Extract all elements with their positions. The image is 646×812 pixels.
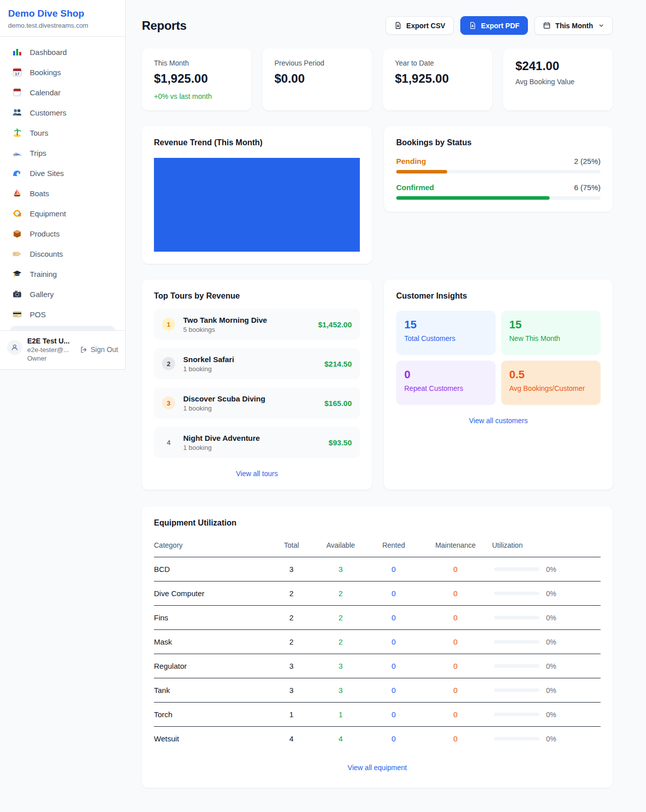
sidebar-item-equipment[interactable]: Equipment xyxy=(5,203,120,223)
export-pdf-label: Export PDF xyxy=(481,22,519,30)
table-header-row: Category Total Available Rented Maintena… xyxy=(154,536,601,557)
sidebar-item-label: Dashboard xyxy=(30,48,67,56)
table-row: BCD 3 3 0 0 0% xyxy=(154,557,601,582)
stat-card-previous-period: Previous Period $0.00 xyxy=(262,48,372,110)
cell-total: 3 xyxy=(270,654,313,678)
cell-available: 1 xyxy=(313,703,368,727)
cell-maintenance: 0 xyxy=(419,703,492,727)
utilization-percent: 0% xyxy=(546,662,556,670)
rank-badge: 1 xyxy=(162,318,175,331)
sidebar-item-gallery[interactable]: Gallery xyxy=(5,284,120,304)
utilization-percent: 0% xyxy=(546,590,556,598)
sidebar-item-dive-sites[interactable]: Dive Sites xyxy=(5,163,120,183)
sidebar-item-partially-hidden[interactable] xyxy=(10,326,115,330)
tearoff-calendar-icon xyxy=(12,87,22,97)
export-csv-button[interactable]: Export CSV xyxy=(386,16,454,35)
period-dropdown[interactable]: This Month xyxy=(534,16,613,35)
column-header: Category xyxy=(154,536,270,557)
status-row-pending: Pending 2 (25%) xyxy=(396,157,601,173)
tile-avg-bookings-per-customer: 0.5 Avg Bookings/Customer xyxy=(501,361,601,405)
status-label: Confirmed xyxy=(396,183,434,192)
utilization-percent: 0% xyxy=(546,735,556,743)
sign-out-button[interactable]: Sign Out xyxy=(80,345,118,354)
insight-tiles: 15 Total Customers 15 New This Month 0 R… xyxy=(396,311,601,405)
cell-rented: 0 xyxy=(368,727,419,751)
graduation-cap-icon xyxy=(12,269,22,279)
cell-rented: 0 xyxy=(368,606,419,630)
tour-bookings: 1 booking xyxy=(183,404,265,412)
sidebar-item-discounts[interactable]: Discounts xyxy=(5,244,120,264)
chevron-down-icon xyxy=(599,23,604,28)
cell-total: 2 xyxy=(270,630,313,654)
table-row: Regulator 3 3 0 0 0% xyxy=(154,654,601,678)
period-label: This Month xyxy=(555,22,593,30)
tour-revenue: $93.50 xyxy=(329,438,352,447)
cell-category: Torch xyxy=(154,703,270,727)
customers-icon xyxy=(12,107,22,118)
bar-chart-icon xyxy=(12,47,22,57)
tile-total-customers: 15 Total Customers xyxy=(396,311,496,355)
tile-value: 0.5 xyxy=(509,368,593,381)
sidebar-item-customers[interactable]: Customers xyxy=(5,102,120,123)
utilization-bar xyxy=(494,640,540,644)
sidebar-item-dashboard[interactable]: Dashboard xyxy=(5,42,120,62)
view-all-equipment-link[interactable]: View all equipment xyxy=(154,764,601,772)
equipment-utilization-card: Equipment Utilization Category Total Ava… xyxy=(142,506,613,788)
rank-badge: 2 xyxy=(162,357,175,370)
sidebar-item-label: Calendar xyxy=(30,88,61,97)
sidebar-item-pos[interactable]: POS xyxy=(5,304,120,324)
stat-value: $0.00 xyxy=(275,72,360,86)
user-role: Owner xyxy=(27,355,70,362)
cell-rented: 0 xyxy=(368,582,419,606)
camera-icon xyxy=(12,289,22,299)
utilization-cell: 0% xyxy=(492,686,601,694)
cell-category: Regulator xyxy=(154,654,270,678)
sidebar-item-bookings[interactable]: 17 Bookings xyxy=(5,62,120,82)
status-bar-fill xyxy=(396,170,447,173)
sidebar-item-training[interactable]: Training xyxy=(5,264,120,284)
sidebar-header: Demo Dive Shop demo.test.divestreams.com xyxy=(0,0,125,37)
tile-repeat-customers: 0 Repeat Customers xyxy=(396,361,496,405)
tour-list-item: 2 Snorkel Safari 1 booking $214.50 xyxy=(154,348,360,379)
sidebar-user-footer: E2E Test U... e2e-tester@... Owner Sign … xyxy=(0,330,125,369)
column-header: Total xyxy=(270,536,313,557)
user-block: E2E Test U... e2e-tester@... Owner xyxy=(27,337,70,362)
column-header: Maintenance xyxy=(419,536,492,557)
sidebar-item-label: POS xyxy=(30,310,46,319)
sidebar-item-label: Training xyxy=(30,270,57,278)
file-download-icon xyxy=(394,22,402,29)
sidebar-item-label: Boats xyxy=(30,189,49,198)
utilization-bar xyxy=(494,567,540,571)
status-row-confirmed: Confirmed 6 (75%) xyxy=(396,183,601,200)
cell-total: 3 xyxy=(270,678,313,703)
view-all-customers-link[interactable]: View all customers xyxy=(396,417,601,425)
sidebar-item-products[interactable]: Products xyxy=(5,223,120,244)
revenue-trend-card: Revenue Trend (This Month) xyxy=(142,126,372,264)
status-bar-track xyxy=(396,196,601,200)
sidebar-item-trips[interactable]: Trips xyxy=(5,143,120,163)
stat-card-this-month: This Month $1,925.00 +0% vs last month xyxy=(142,48,251,110)
customer-insights-card: Customer Insights 15 Total Customers 15 … xyxy=(384,279,613,490)
column-header: Utilization xyxy=(492,536,601,557)
sidebar-item-tours[interactable]: Tours xyxy=(5,123,120,143)
speedboat-icon xyxy=(12,148,22,158)
cell-total: 2 xyxy=(270,606,313,630)
sidebar-item-label: Trips xyxy=(30,149,46,157)
cell-rented: 0 xyxy=(368,678,419,703)
utilization-cell: 0% xyxy=(492,638,601,646)
status-bar-fill xyxy=(396,196,550,200)
sidebar-item-boats[interactable]: Boats xyxy=(5,183,120,203)
sidebar-nav: Dashboard 17 Bookings Calendar Customers… xyxy=(0,37,125,330)
tile-label: New This Month xyxy=(509,334,593,342)
utilization-cell: 0% xyxy=(492,614,601,622)
export-pdf-button[interactable]: Export PDF xyxy=(460,16,528,35)
utilization-bar xyxy=(494,592,540,595)
sidebar-item-label: Tours xyxy=(30,129,48,137)
sidebar-item-calendar[interactable]: Calendar xyxy=(5,82,120,102)
card-title: Equipment Utilization xyxy=(154,518,601,528)
utilization-bar xyxy=(494,737,540,740)
utilization-bar xyxy=(494,664,540,668)
avatar xyxy=(7,340,22,355)
charts-row: Revenue Trend (This Month) Bookings by S… xyxy=(142,126,613,264)
view-all-tours-link[interactable]: View all tours xyxy=(154,470,360,478)
